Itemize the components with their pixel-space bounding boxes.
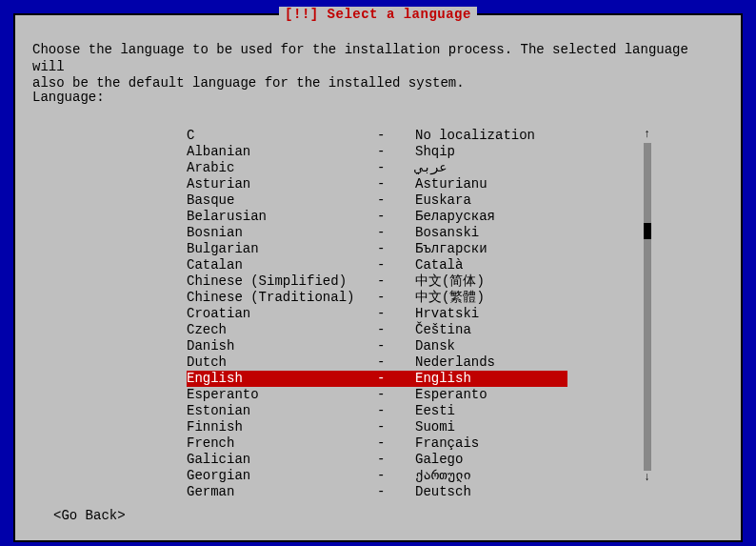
scrollbar-track[interactable] (644, 143, 651, 471)
separator: - (377, 419, 415, 435)
language-item[interactable]: Asturian-Asturianu (187, 176, 567, 192)
separator: - (377, 484, 415, 500)
language-item[interactable]: Esperanto-Esperanto (187, 387, 567, 403)
language-item[interactable]: Arabic-عربي (187, 160, 567, 176)
language-name: Croatian (187, 306, 377, 322)
dialog-title-bar: [!!] Select a language (15, 7, 741, 22)
language-item[interactable]: English-English (187, 371, 567, 387)
separator: - (377, 160, 415, 176)
language-item[interactable]: Dutch-Nederlands (187, 354, 567, 371)
separator: - (377, 144, 415, 160)
language-item[interactable]: Catalan-Català (187, 257, 567, 273)
intro-text: Choose the language to be used for the i… (32, 42, 724, 92)
language-name: C (187, 128, 377, 144)
separator: - (377, 306, 415, 322)
language-item[interactable]: Bulgarian-Български (187, 241, 567, 257)
language-name: Danish (187, 338, 377, 354)
language-native: Čeština (415, 322, 567, 338)
language-label: Language: (32, 90, 105, 105)
language-native: Deutsch (415, 484, 567, 500)
language-name: Galician (187, 452, 377, 468)
language-item[interactable]: Czech-Čeština (187, 322, 567, 338)
language-item[interactable]: Basque-Euskara (187, 192, 567, 209)
language-list: C-No localizationAlbanian-ShqipArabic-عر… (187, 128, 663, 500)
separator: - (377, 209, 415, 225)
separator: - (377, 322, 415, 338)
language-name: Finnish (187, 419, 377, 435)
language-native: Eesti (415, 403, 567, 419)
separator: - (377, 225, 415, 241)
language-name: Chinese (Simplified) (187, 273, 377, 290)
scroll-up-icon[interactable]: ↑ (644, 128, 650, 141)
language-native: Nederlands (415, 354, 567, 371)
separator: - (377, 241, 415, 257)
language-name: Bulgarian (187, 241, 377, 257)
separator: - (377, 176, 415, 192)
separator: - (377, 338, 415, 354)
separator: - (377, 192, 415, 209)
language-item[interactable]: German-Deutsch (187, 484, 567, 500)
language-native: 中文(简体) (415, 273, 567, 290)
language-name: Catalan (187, 257, 377, 273)
language-item[interactable]: Bosnian-Bosanski (187, 225, 567, 241)
language-item[interactable]: Danish-Dansk (187, 338, 567, 354)
language-item[interactable]: Albanian-Shqip (187, 144, 567, 160)
language-name: Bosnian (187, 225, 377, 241)
language-item[interactable]: Estonian-Eesti (187, 403, 567, 419)
language-item[interactable]: Chinese (Simplified)-中文(简体) (187, 273, 567, 290)
language-name: Belarusian (187, 209, 377, 225)
separator: - (377, 403, 415, 419)
language-native: Esperanto (415, 387, 567, 403)
language-native: Suomi (415, 419, 567, 435)
language-name: Asturian (187, 176, 377, 192)
language-native: Français (415, 435, 567, 452)
language-name: Esperanto (187, 387, 377, 403)
language-name: Czech (187, 322, 377, 338)
language-item[interactable]: Georgian-ქართული (187, 468, 567, 484)
scroll-down-icon[interactable]: ↓ (644, 471, 650, 484)
language-name: French (187, 435, 377, 452)
separator: - (377, 387, 415, 403)
language-item[interactable]: Croatian-Hrvatski (187, 306, 567, 322)
language-name: English (187, 371, 377, 387)
language-native: Български (415, 241, 567, 257)
language-item[interactable]: Galician-Galego (187, 452, 567, 468)
language-name: Estonian (187, 403, 377, 419)
language-item[interactable]: French-Français (187, 435, 567, 452)
separator: - (377, 273, 415, 290)
separator: - (377, 257, 415, 273)
language-name: Dutch (187, 354, 377, 371)
language-name: Arabic (187, 160, 377, 176)
intro-line-1: Choose the language to be used for the i… (32, 42, 724, 75)
language-name: German (187, 484, 377, 500)
language-native: Bosanski (415, 225, 567, 241)
intro-line-2: also be the default language for the ins… (32, 75, 724, 92)
language-native: عربي (415, 160, 567, 176)
separator: - (377, 371, 415, 387)
language-native: Euskara (415, 192, 567, 209)
language-name: Albanian (187, 144, 377, 160)
language-item[interactable]: Chinese (Traditional)-中文(繁體) (187, 290, 567, 306)
language-native: ქართული (415, 468, 567, 484)
separator: - (377, 452, 415, 468)
language-native: Беларуская (415, 209, 567, 225)
language-native: English (415, 371, 567, 387)
language-native: No localization (415, 128, 567, 144)
separator: - (377, 435, 415, 452)
language-item[interactable]: C-No localization (187, 128, 567, 144)
language-item[interactable]: Belarusian-Беларуская (187, 209, 567, 225)
go-back-button[interactable]: <Go Back> (53, 508, 126, 523)
language-native: Galego (415, 452, 567, 468)
language-native: Shqip (415, 144, 567, 160)
language-native: Català (415, 257, 567, 273)
separator: - (377, 468, 415, 484)
language-name: Georgian (187, 468, 377, 484)
language-native: Asturianu (415, 176, 567, 192)
dialog-title: [!!] Select a language (279, 7, 477, 22)
scrollbar-thumb[interactable] (644, 223, 651, 239)
dialog-box: [!!] Select a language Choose the langua… (13, 13, 743, 542)
language-name: Basque (187, 192, 377, 209)
language-item[interactable]: Finnish-Suomi (187, 419, 567, 435)
language-native: Hrvatski (415, 306, 567, 322)
separator: - (377, 354, 415, 371)
